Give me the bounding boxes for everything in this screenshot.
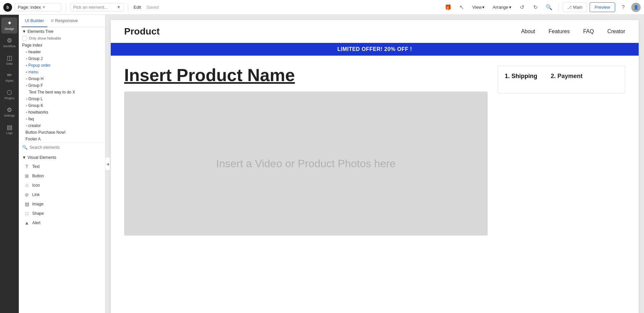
search-input[interactable]	[30, 145, 102, 150]
hero-media-placeholder-text: Insert a Video or Product Photos here	[216, 156, 396, 171]
expand-icon: +	[26, 77, 28, 81]
page-preview: Product About Features FAQ Creator LIMIT…	[111, 20, 639, 313]
nav-link-features[interactable]: Features	[548, 28, 569, 35]
tree-item-page-index[interactable]: Page index 👁	[19, 42, 105, 49]
tree-item-group-k[interactable]: + Group K 👁	[19, 102, 105, 109]
shipping-tab[interactable]: 1. Shipping	[505, 73, 537, 80]
styles-label: Styles	[5, 79, 14, 83]
gift-icon-button[interactable]: 🎁	[443, 2, 453, 13]
elements-tree-toggle[interactable]: ▼ Elements Tree	[22, 29, 53, 34]
divider-2	[128, 3, 128, 11]
ve-item-shape[interactable]: □ Shape	[19, 209, 105, 218]
expand-icon: +	[26, 117, 28, 121]
elements-tree-header: ▼ Elements Tree	[19, 27, 105, 36]
undo-button[interactable]: ↺	[517, 2, 528, 13]
only-hideable-checkbox[interactable]	[22, 36, 27, 41]
tree-item-footer-a[interactable]: Footer A 👁	[19, 136, 105, 142]
tree-item-creator[interactable]: + creator 👁	[19, 122, 105, 129]
edit-button[interactable]: Edit	[132, 5, 142, 10]
tree-item-group-l[interactable]: + Group L 👁	[19, 96, 105, 102]
payment-tab[interactable]: 2. Payment	[551, 73, 583, 80]
ve-item-button[interactable]: ⊞ Button	[19, 171, 105, 181]
arrange-chevron: ▾	[509, 5, 511, 10]
page-selector[interactable]: Page: index ▼	[15, 3, 62, 11]
main-branch-button[interactable]: ⎇ Main	[563, 2, 587, 12]
logs-icon: ▤	[7, 124, 12, 130]
left-panel: UI Builder ⊙ Responsive ▼ Elements Tree …	[19, 15, 105, 313]
arrange-menu-button[interactable]: Arrange ▾	[490, 3, 514, 11]
expand-icon: +	[26, 50, 28, 54]
hero-media-placeholder[interactable]: Insert a Video or Product Photos here	[124, 91, 488, 236]
tree-item-howitworks[interactable]: + howitworks 👁	[19, 109, 105, 116]
ve-item-icon[interactable]: ☆ Icon	[19, 181, 105, 190]
expand-icon: +	[26, 97, 28, 101]
design-icon: ✦	[7, 20, 12, 26]
promo-banner-text: LIMITED OFFER! 20% OFF !	[337, 46, 412, 52]
tree-toggle-icon: ▼	[22, 29, 26, 34]
divider-1	[66, 3, 66, 11]
tree-item-text-best-way[interactable]: Text The best way to do X 👁	[19, 89, 105, 96]
user-avatar[interactable]: 👤	[631, 3, 641, 12]
search-icon: 🔍	[22, 145, 28, 150]
tab-responsive[interactable]: ⊙ Responsive	[47, 15, 81, 27]
plugins-icon: ⬡	[7, 89, 12, 96]
canvas-toggle-button[interactable]: ◀	[105, 157, 110, 171]
design-label: Design	[5, 27, 14, 31]
pick-element-label: Pick an element...	[73, 5, 108, 10]
sidebar-item-styles[interactable]: ✏ Styles	[1, 69, 17, 85]
shape-element-icon: □	[24, 211, 30, 216]
sidebar-item-data[interactable]: ◫ Data	[1, 52, 17, 68]
workflow-icon: ⚙	[7, 38, 12, 44]
sidebar-item-plugins[interactable]: ⬡ Plugins	[1, 87, 17, 103]
ve-item-link[interactable]: ⊘ Link	[19, 190, 105, 199]
sidebar-item-workflow[interactable]: ⚙ Workflow	[1, 35, 17, 51]
canvas-area[interactable]: ◀ Product About Features FAQ Creator LIM…	[105, 15, 644, 313]
only-hideable-label: Only show hideable	[29, 36, 61, 40]
topbar: b Page: index ▼ Pick an element... ▼ Edi…	[0, 0, 644, 15]
visual-elements-toggle[interactable]: ▼ Visual Elements	[19, 153, 105, 162]
expand-icon: +	[26, 57, 28, 61]
ve-item-text[interactable]: T Text	[19, 162, 105, 171]
preview-button[interactable]: Preview	[590, 2, 615, 12]
nav-link-faq[interactable]: FAQ	[583, 28, 594, 35]
sidebar-item-design[interactable]: ✦ Design	[1, 17, 17, 34]
pick-element-selector[interactable]: Pick an element... ▼	[70, 3, 124, 11]
view-chevron: ▾	[482, 5, 485, 10]
help-button[interactable]: ?	[618, 2, 629, 13]
tab-ui-builder[interactable]: UI Builder	[21, 15, 47, 27]
main-layout: ✦ Design ⚙ Workflow ◫ Data ✏ Styles ⬡ Pl…	[0, 15, 644, 313]
ve-item-alert[interactable]: ▲ Alert	[19, 218, 105, 228]
icon-sidebar: ✦ Design ⚙ Workflow ◫ Data ✏ Styles ⬡ Pl…	[0, 15, 19, 313]
search-bar: 🔍	[19, 142, 105, 152]
page-nav: Product About Features FAQ Creator	[111, 20, 639, 43]
hero-section: Insert Product Name Insert a Video or Pr…	[111, 56, 639, 246]
workflow-label: Workflow	[3, 45, 16, 48]
sidebar-item-logs[interactable]: ▤ Logs	[1, 122, 17, 138]
redo-button[interactable]: ↻	[530, 2, 541, 13]
tree-list: Page index 👁 + header 👁 + Group J 👁 + Po…	[19, 42, 105, 142]
icon-element-icon: ☆	[24, 183, 30, 188]
hero-product-title[interactable]: Insert Product Name	[124, 66, 488, 85]
cursor-icon-button[interactable]: ↖	[456, 2, 467, 13]
tree-item-header[interactable]: + header 👁	[19, 49, 105, 55]
tree-item-menu[interactable]: + menu 👁	[19, 69, 105, 75]
expand-icon: +	[26, 110, 28, 114]
tree-item-faq[interactable]: + faq 👁	[19, 116, 105, 122]
page-nav-links: About Features FAQ Creator	[521, 28, 625, 35]
tree-item-group-f[interactable]: + Group F 👁	[19, 82, 105, 89]
tree-item-popup-order[interactable]: + Popup order 👁	[19, 62, 105, 69]
nav-link-about[interactable]: About	[521, 28, 535, 35]
ve-item-image[interactable]: ▨ Image	[19, 199, 105, 209]
tree-item-group-h[interactable]: + Group H 👁	[19, 75, 105, 82]
data-icon: ◫	[7, 55, 12, 61]
nav-link-creator[interactable]: Creator	[607, 28, 625, 35]
view-menu-button[interactable]: View ▾	[469, 3, 487, 11]
page-selector-chevron: ▼	[42, 5, 46, 9]
search-button[interactable]: 🔍	[544, 2, 554, 13]
sidebar-item-settings[interactable]: ⚙ Settings	[1, 104, 17, 120]
image-element-icon: ▨	[24, 201, 30, 207]
expand-icon: +	[26, 70, 28, 74]
shipping-payment-widget: 1. Shipping 2. Payment	[498, 66, 625, 93]
tree-item-group-j[interactable]: + Group J 👁	[19, 55, 105, 62]
tree-item-btn-purchase[interactable]: Button Purchase Now! 👁	[19, 129, 105, 136]
